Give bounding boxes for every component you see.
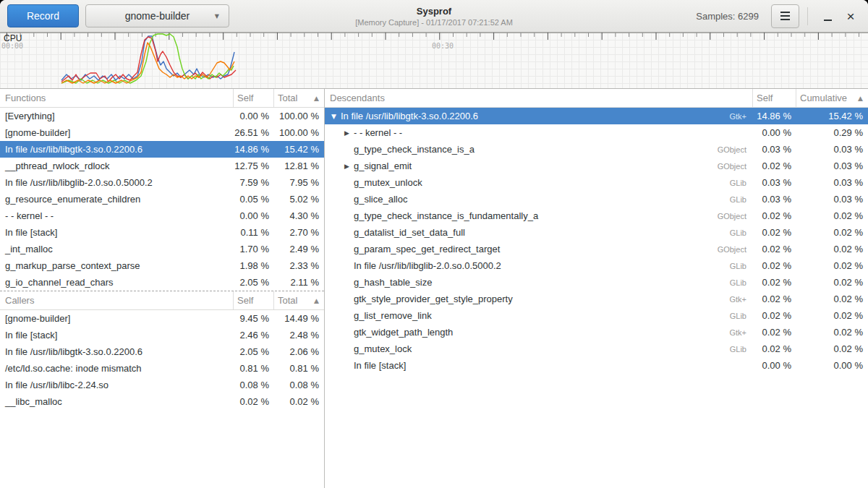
tree-row[interactable]: ▶- - kernel - -0.00 %0.29 % bbox=[325, 124, 868, 141]
descendants-self-column-header[interactable]: Self bbox=[752, 89, 796, 107]
descendants-table: ▼In file /usr/lib/libgtk-3.so.0.2200.6Gt… bbox=[325, 108, 868, 374]
expander-open-icon[interactable]: ▼ bbox=[331, 113, 341, 120]
record-button[interactable]: Record bbox=[7, 4, 79, 27]
self-percent: 0.02 % bbox=[752, 160, 796, 171]
menu-button[interactable] bbox=[771, 4, 799, 28]
sysprof-window: Record gnome-builder ▼ Sysprof [Memory C… bbox=[0, 0, 868, 488]
table-row[interactable]: __libc_malloc0.02 %0.02 % bbox=[0, 393, 324, 410]
self-percent: 12.75 % bbox=[233, 160, 273, 171]
table-row[interactable]: [gnome-builder]9.45 %14.49 % bbox=[0, 310, 324, 327]
tree-row[interactable]: g_param_spec_get_redirect_targetGObject0… bbox=[325, 241, 868, 257]
cumulative-percent: 15.42 % bbox=[796, 111, 868, 121]
self-percent: 0.00 % bbox=[752, 127, 796, 138]
table-row[interactable]: g_markup_parse_context_parse1.98 %2.33 % bbox=[0, 257, 324, 274]
descendant-name-cell: g_mutex_unlockGLib bbox=[325, 177, 752, 188]
cumulative-percent: 0.02 % bbox=[796, 244, 868, 254]
self-percent: 0.02 % bbox=[752, 343, 796, 354]
descendants-table-header: Descendants Self Cumulative ▲ bbox=[325, 89, 868, 108]
table-row[interactable]: In file [stack]0.11 %2.70 % bbox=[0, 224, 324, 241]
total-percent: 0.02 % bbox=[273, 396, 324, 407]
minimize-button[interactable] bbox=[816, 5, 839, 27]
self-percent: 0.00 % bbox=[752, 360, 796, 371]
tree-row[interactable]: gtk_style_provider_get_style_propertyGtk… bbox=[325, 291, 868, 307]
self-percent: 1.98 % bbox=[233, 260, 273, 271]
table-row[interactable]: _int_malloc1.70 %2.49 % bbox=[0, 241, 324, 257]
table-row[interactable]: In file /usr/lib/libglib-2.0.so.0.5000.2… bbox=[0, 174, 324, 191]
self-percent: 0.00 % bbox=[233, 111, 273, 121]
library-tag: GLib bbox=[730, 179, 752, 187]
headerbar-separator bbox=[807, 7, 808, 25]
tree-row[interactable]: g_list_remove_linkGLib0.02 %0.02 % bbox=[325, 307, 868, 324]
function-name: /etc/ld.so.cache: inode mismatch bbox=[0, 363, 233, 374]
function-name: In file /usr/lib/libc-2.24.so bbox=[0, 380, 233, 390]
descendants-column-header[interactable]: Descendants bbox=[325, 89, 752, 107]
self-percent: 0.02 % bbox=[752, 294, 796, 304]
tree-row[interactable]: g_slice_allocGLib0.03 %0.03 % bbox=[325, 191, 868, 207]
descendant-name: gtk_widget_path_length bbox=[354, 327, 453, 338]
table-row[interactable]: In file /usr/lib/libgtk-3.so.0.2200.614.… bbox=[0, 141, 324, 158]
function-name: _int_malloc bbox=[0, 244, 233, 254]
table-row[interactable]: - - kernel - -0.00 %4.30 % bbox=[0, 207, 324, 224]
table-row[interactable]: /etc/ld.so.cache: inode mismatch0.81 %0.… bbox=[0, 360, 324, 377]
library-tag: Gtk+ bbox=[729, 328, 752, 337]
descendant-name-cell: ▶g_signal_emitGObject bbox=[325, 160, 752, 171]
descendant-name-cell: g_list_remove_linkGLib bbox=[325, 310, 752, 321]
tree-row[interactable]: g_type_check_instance_is_fundamentally_a… bbox=[325, 207, 868, 224]
tree-row[interactable]: g_mutex_unlockGLib0.03 %0.03 % bbox=[325, 174, 868, 191]
self-percent: 0.05 % bbox=[233, 194, 273, 205]
library-tag: GLib bbox=[730, 345, 752, 354]
functions-table-header: Functions Self Total ▲ bbox=[0, 89, 324, 108]
total-percent: 100.00 % bbox=[273, 127, 324, 138]
total-percent: 2.48 % bbox=[273, 330, 324, 341]
tree-row[interactable]: In file [stack]0.00 %0.00 % bbox=[325, 357, 868, 374]
hamburger-icon bbox=[780, 12, 790, 13]
table-row[interactable]: In file [stack]2.46 %2.48 % bbox=[0, 327, 324, 343]
table-row[interactable]: In file /usr/lib/libc-2.24.so0.08 %0.08 … bbox=[0, 377, 324, 393]
tree-row[interactable]: ▼In file /usr/lib/libgtk-3.so.0.2200.6Gt… bbox=[325, 108, 868, 124]
self-percent: 0.02 % bbox=[752, 260, 796, 271]
function-name: g_markup_parse_context_parse bbox=[0, 260, 233, 271]
process-selector-dropdown[interactable]: gnome-builder ▼ bbox=[85, 4, 229, 27]
cumulative-percent: 0.29 % bbox=[796, 127, 868, 138]
sort-ascending-icon: ▲ bbox=[858, 95, 863, 102]
table-row[interactable]: [Everything]0.00 %100.00 % bbox=[0, 108, 324, 124]
callers-self-column-header[interactable]: Self bbox=[233, 291, 273, 309]
descendants-cumulative-column-header[interactable]: Cumulative ▲ bbox=[796, 89, 868, 107]
table-row[interactable]: In file /usr/lib/libgtk-3.so.0.2200.62.0… bbox=[0, 343, 324, 360]
functions-self-column-header[interactable]: Self bbox=[233, 89, 273, 107]
total-percent: 15.42 % bbox=[273, 144, 324, 155]
samples-count: Samples: 6299 bbox=[696, 11, 759, 22]
table-row[interactable]: g_resource_enumerate_children0.05 %5.02 … bbox=[0, 191, 324, 207]
tree-row[interactable]: gtk_widget_path_lengthGtk+0.02 %0.02 % bbox=[325, 324, 868, 341]
sort-ascending-icon: ▲ bbox=[314, 95, 319, 102]
functions-total-column-header[interactable]: Total ▲ bbox=[273, 89, 324, 107]
library-tag: Gtk+ bbox=[729, 112, 752, 121]
table-row[interactable]: __pthread_rwlock_rdlock12.75 %12.81 % bbox=[0, 158, 324, 174]
self-percent: 2.05 % bbox=[233, 346, 273, 357]
tree-row[interactable]: g_datalist_id_set_data_fullGLib0.02 %0.0… bbox=[325, 224, 868, 241]
tree-row[interactable]: In file /usr/lib/libglib-2.0.so.0.5000.2… bbox=[325, 257, 868, 274]
library-tag: GLib bbox=[730, 312, 752, 320]
table-row[interactable]: [gnome-builder]26.51 %100.00 % bbox=[0, 124, 324, 141]
header-bar: Record gnome-builder ▼ Sysprof [Memory C… bbox=[0, 0, 868, 33]
tree-row[interactable]: g_mutex_lockGLib0.02 %0.02 % bbox=[325, 341, 868, 357]
functions-column-header[interactable]: Functions bbox=[0, 89, 233, 107]
library-tag: GLib bbox=[730, 228, 752, 237]
callers-column-header[interactable]: Callers bbox=[0, 291, 233, 309]
tree-row[interactable]: ▶g_signal_emitGObject0.02 %0.03 % bbox=[325, 158, 868, 174]
callers-total-column-header[interactable]: Total ▲ bbox=[273, 291, 324, 309]
total-percent: 2.33 % bbox=[273, 260, 324, 271]
tree-row[interactable]: g_hash_table_sizeGLib0.02 %0.02 % bbox=[325, 274, 868, 291]
expander-closed-icon[interactable]: ▶ bbox=[344, 163, 354, 170]
cumulative-percent: 0.03 % bbox=[796, 194, 868, 205]
tree-row[interactable]: g_type_check_instance_is_aGObject0.03 %0… bbox=[325, 141, 868, 158]
close-button[interactable]: × bbox=[839, 5, 862, 27]
expander-closed-icon[interactable]: ▶ bbox=[344, 129, 354, 137]
time-label-mid: 00:30 bbox=[432, 42, 454, 50]
function-name: [Everything] bbox=[0, 111, 233, 121]
library-tag: GLib bbox=[730, 195, 752, 204]
cumulative-percent: 0.02 % bbox=[796, 227, 868, 238]
cumulative-percent: 0.02 % bbox=[796, 327, 868, 338]
table-row[interactable]: g_io_channel_read_chars2.05 %2.11 % bbox=[0, 274, 324, 291]
cpu-timeline-graph[interactable]: CPU 00:00 00:30 bbox=[0, 33, 868, 89]
